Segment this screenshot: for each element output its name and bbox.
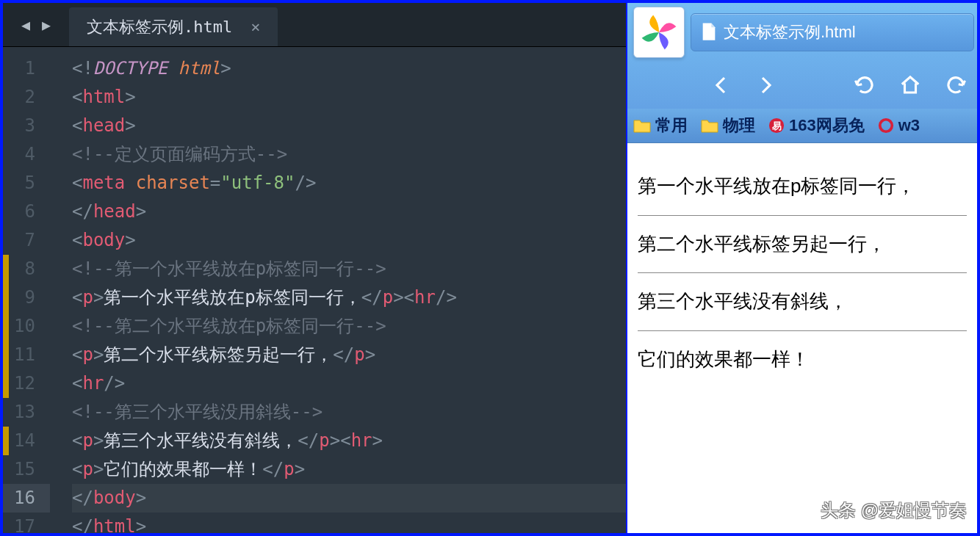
browser-tab-title: 文本标签示例.html (724, 21, 856, 43)
page-hr (638, 330, 967, 331)
code-line[interactable]: <head> (72, 112, 626, 140)
code-line[interactable]: <p>它们的效果都一样！</p> (72, 455, 626, 484)
bookmark-item[interactable]: 物理 (701, 115, 755, 137)
page-hr (638, 272, 967, 273)
code-line[interactable]: </head> (72, 198, 626, 226)
editor-nav-arrows[interactable]: ◀ ▶ (3, 3, 69, 46)
browser-pane: 文本标签示例.html 常用物理易163网易免w3 第一个水平线放在p标签同一行… (626, 3, 977, 533)
code-line[interactable]: <p>第一个水平线放在p标签同一行，</p><hr/> (72, 283, 626, 312)
chevron-left-icon[interactable]: ◀ (17, 10, 35, 40)
line-number: 5 (3, 169, 50, 198)
page-paragraph: 它们的效果都一样！ (638, 344, 967, 375)
bookmark-label: 163网易免 (789, 115, 865, 137)
restore-button[interactable] (934, 68, 977, 103)
file-icon (702, 23, 716, 42)
back-button[interactable] (699, 68, 742, 103)
browser-tab[interactable]: 文本标签示例.html (691, 13, 974, 51)
browser-logo[interactable] (633, 7, 685, 58)
line-number: 2 (3, 83, 50, 112)
code-line[interactable]: <meta charset="utf-8"/> (72, 169, 626, 198)
editor-tab-title: 文本标签示例.html (87, 16, 232, 38)
line-number: 16 (3, 484, 50, 513)
page-paragraph: 第三个水平线没有斜线， (638, 286, 967, 317)
line-number: 4 (3, 140, 50, 169)
line-gutter: 1234567891011121314151617 (3, 47, 50, 533)
page-paragraph: 第二个水平线标签另起一行， (638, 229, 967, 260)
code-line[interactable]: <!--定义页面编码方式--> (72, 140, 626, 169)
code-line[interactable]: <p>第二个水平线标签另起一行，</p> (72, 341, 626, 369)
code-editor-pane: ◀ ▶ 文本标签示例.html × 1234567891011121314151… (3, 3, 626, 533)
line-number: 12 (3, 369, 50, 398)
code-line[interactable]: <!--第二个水平线放在p标签同一行--> (72, 312, 626, 341)
code-line[interactable]: <p>第三个水平线没有斜线，</p><hr> (72, 427, 626, 455)
browser-nav-row (627, 62, 977, 109)
code-line[interactable]: <!--第一个水平线放在p标签同一行--> (72, 255, 626, 283)
line-number: 9 (3, 283, 50, 312)
reload-button[interactable] (843, 68, 886, 103)
browser-chrome: 文本标签示例.html 常用物理易163网易免w3 (627, 3, 977, 143)
line-number: 14 (3, 427, 50, 455)
watermark: 头条 @爱姐慢节奏 (821, 496, 967, 524)
code-line[interactable]: <hr/> (72, 369, 626, 398)
line-number: 10 (3, 312, 50, 341)
editor-tab[interactable]: 文本标签示例.html × (69, 7, 278, 46)
line-number: 11 (3, 341, 50, 369)
rendered-page: 第一个水平线放在p标签同一行， 第二个水平线标签另起一行， 第三个水平线没有斜线… (627, 143, 977, 533)
code-line[interactable]: <html> (72, 83, 626, 112)
line-number: 7 (3, 226, 50, 255)
svg-point-2 (879, 120, 892, 132)
chevron-right-icon[interactable]: ▶ (37, 10, 55, 40)
code-area[interactable]: <!DOCTYPE html><html><head> <!--定义页面编码方式… (50, 47, 626, 533)
line-number: 17 (3, 513, 50, 536)
pinwheel-icon (640, 13, 678, 51)
page-paragraph: 第一个水平线放在p标签同一行， (638, 171, 967, 202)
code-line[interactable]: <body> (72, 226, 626, 255)
code-line[interactable]: </body> (72, 484, 626, 513)
bookmark-label: 物理 (723, 115, 755, 137)
page-hr (638, 215, 967, 216)
code-line[interactable]: <!DOCTYPE html> (72, 54, 626, 83)
bookmark-item[interactable]: w3 (878, 116, 920, 135)
svg-text:易: 易 (771, 120, 782, 131)
forward-button[interactable] (745, 68, 788, 103)
bookmark-item[interactable]: 常用 (633, 115, 688, 137)
editor-tabbar: ◀ ▶ 文本标签示例.html × (3, 3, 626, 47)
bookmark-bar: 常用物理易163网易免w3 (627, 109, 977, 142)
close-icon[interactable]: × (251, 18, 260, 36)
line-number: 3 (3, 112, 50, 140)
bookmark-label: w3 (898, 116, 920, 135)
code-line[interactable]: </html> (72, 513, 626, 536)
line-number: 1 (3, 54, 50, 83)
line-number: 8 (3, 255, 50, 283)
home-button[interactable] (889, 68, 932, 103)
bookmark-label: 常用 (655, 115, 688, 137)
bookmark-item[interactable]: 易163网易免 (768, 115, 865, 137)
line-number: 13 (3, 398, 50, 427)
line-number: 6 (3, 198, 50, 226)
line-number: 15 (3, 455, 50, 484)
code-line[interactable]: <!--第三个水平线没用斜线--> (72, 398, 626, 427)
